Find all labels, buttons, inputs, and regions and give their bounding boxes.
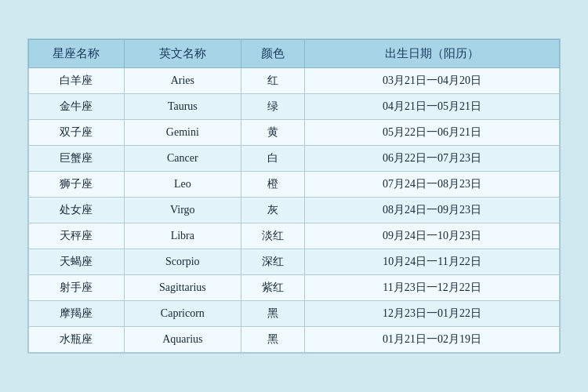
- header-cn: 星座名称: [29, 40, 125, 68]
- cell-cn: 双子座: [29, 120, 125, 146]
- cell-date: 10月24日一11月22日: [305, 249, 560, 275]
- table-row: 天秤座Libra淡红09月24日一10月23日: [29, 223, 560, 249]
- cell-cn: 狮子座: [29, 172, 125, 198]
- table-row: 处女座Virgo灰08月24日一09月23日: [29, 198, 560, 223]
- table-row: 摩羯座Capricorn黑12月23日一01月22日: [29, 301, 560, 327]
- cell-cn: 天蝎座: [29, 249, 125, 275]
- cell-date: 04月21日一05月21日: [305, 94, 560, 120]
- cell-en: Scorpio: [124, 249, 241, 275]
- table-row: 金牛座Taurus绿04月21日一05月21日: [29, 94, 560, 120]
- cell-en: Gemini: [124, 120, 241, 146]
- cell-color: 黑: [241, 301, 304, 327]
- cell-en: Capricorn: [124, 301, 241, 327]
- cell-color: 红: [241, 68, 304, 94]
- table-row: 巨蟹座Cancer白06月22日一07月23日: [29, 146, 560, 172]
- cell-en: Virgo: [124, 198, 241, 223]
- cell-date: 09月24日一10月23日: [305, 223, 560, 249]
- cell-color: 绿: [241, 94, 304, 120]
- table-row: 水瓶座Aquarius黑01月21日一02月19日: [29, 327, 560, 353]
- cell-color: 深红: [241, 249, 304, 275]
- cell-en: Aries: [124, 68, 241, 94]
- cell-en: Sagittarius: [124, 275, 241, 301]
- cell-cn: 金牛座: [29, 94, 125, 120]
- cell-cn: 天秤座: [29, 223, 125, 249]
- cell-date: 03月21日一04月20日: [305, 68, 560, 94]
- header-color: 颜色: [241, 40, 304, 68]
- cell-date: 01月21日一02月19日: [305, 327, 560, 353]
- cell-cn: 白羊座: [29, 68, 125, 94]
- table-row: 狮子座Leo橙07月24日一08月23日: [29, 172, 560, 198]
- cell-color: 橙: [241, 172, 304, 198]
- cell-date: 12月23日一01月22日: [305, 301, 560, 327]
- cell-color: 淡红: [241, 223, 304, 249]
- cell-color: 黑: [241, 327, 304, 353]
- cell-date: 11月23日一12月22日: [305, 275, 560, 301]
- table-row: 白羊座Aries红03月21日一04月20日: [29, 68, 560, 94]
- cell-date: 08月24日一09月23日: [305, 198, 560, 223]
- table-header-row: 星座名称 英文名称 颜色 出生日期（阳历）: [29, 40, 560, 68]
- cell-cn: 水瓶座: [29, 327, 125, 353]
- cell-cn: 巨蟹座: [29, 146, 125, 172]
- zodiac-table-container: 星座名称 英文名称 颜色 出生日期（阳历） 白羊座Aries红03月21日一04…: [27, 38, 561, 354]
- cell-en: Aquarius: [124, 327, 241, 353]
- table-row: 双子座Gemini黄05月22日一06月21日: [29, 120, 560, 146]
- cell-cn: 处女座: [29, 198, 125, 223]
- header-date: 出生日期（阳历）: [305, 40, 560, 68]
- cell-date: 07月24日一08月23日: [305, 172, 560, 198]
- cell-date: 05月22日一06月21日: [305, 120, 560, 146]
- cell-color: 灰: [241, 198, 304, 223]
- cell-date: 06月22日一07月23日: [305, 146, 560, 172]
- table-row: 天蝎座Scorpio深红10月24日一11月22日: [29, 249, 560, 275]
- cell-cn: 摩羯座: [29, 301, 125, 327]
- cell-en: Cancer: [124, 146, 241, 172]
- table-row: 射手座Sagittarius紫红11月23日一12月22日: [29, 275, 560, 301]
- cell-en: Taurus: [124, 94, 241, 120]
- cell-color: 紫红: [241, 275, 304, 301]
- cell-en: Libra: [124, 223, 241, 249]
- cell-cn: 射手座: [29, 275, 125, 301]
- header-en: 英文名称: [124, 40, 241, 68]
- cell-en: Leo: [124, 172, 241, 198]
- zodiac-table: 星座名称 英文名称 颜色 出生日期（阳历） 白羊座Aries红03月21日一04…: [28, 39, 560, 353]
- cell-color: 黄: [241, 120, 304, 146]
- cell-color: 白: [241, 146, 304, 172]
